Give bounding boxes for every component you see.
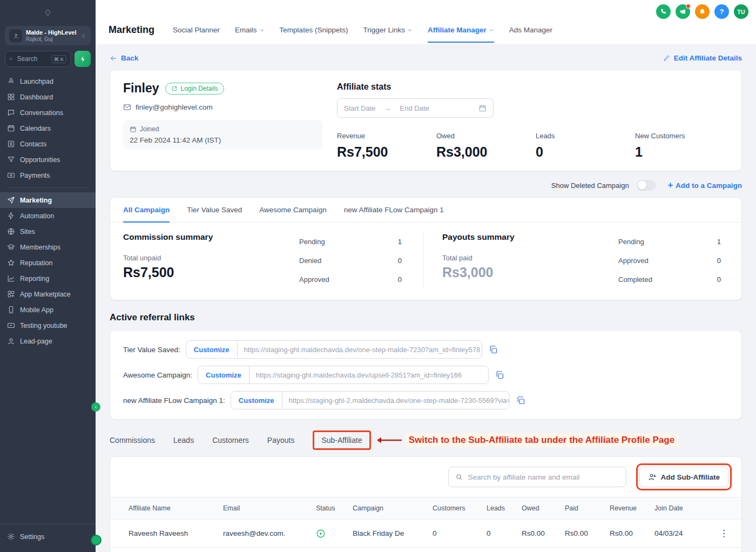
back-link[interactable]: Back bbox=[110, 54, 138, 62]
user-avatar[interactable]: TU bbox=[734, 4, 748, 19]
external-link-icon bbox=[171, 85, 178, 92]
announcements-button[interactable] bbox=[676, 4, 690, 19]
phone-icon bbox=[660, 8, 667, 15]
annotation-text: Switch to the Sub-Affiliate tab under th… bbox=[405, 433, 678, 447]
lightning-icon bbox=[79, 56, 86, 63]
login-details-button[interactable]: Login Details bbox=[165, 83, 224, 95]
tab-payouts[interactable]: Payouts bbox=[267, 436, 295, 445]
tab-ads-manager[interactable]: Ads Manager bbox=[509, 26, 552, 34]
sub-affiliate-search[interactable] bbox=[448, 467, 626, 487]
sidebar-item-automation[interactable]: Automation bbox=[0, 208, 96, 224]
support-chat-button[interactable] bbox=[91, 535, 102, 546]
account-switcher[interactable]: Malde - HighLevel Rajkot, Guj bbox=[5, 26, 91, 45]
table-row[interactable]: Raveesh Raveesh raveesh@dev.com. Black F… bbox=[110, 520, 741, 548]
sidebar-item-settings[interactable]: Settings bbox=[0, 529, 96, 544]
tab-trigger-links[interactable]: Trigger Links bbox=[363, 26, 413, 34]
tab-customers[interactable]: Customers bbox=[212, 436, 249, 445]
annotation-highlight-box: Add Sub-Affiliate bbox=[636, 463, 732, 490]
total-unpaid-value: Rs7,500 bbox=[123, 265, 213, 280]
referral-url: https://staging-ghl.maldechavda.dev/upse… bbox=[249, 366, 488, 383]
sidebar-collapse-button[interactable]: ‹ bbox=[91, 402, 100, 412]
sidebar-item-conversations[interactable]: Conversations bbox=[0, 105, 96, 120]
pencil-icon bbox=[663, 55, 670, 62]
add-to-campaign-link[interactable]: + Add to a Campaign bbox=[668, 181, 742, 190]
phone-button[interactable] bbox=[656, 4, 671, 19]
campaign-summary-card: All Campaign Tier Value Saved Awesome Ca… bbox=[110, 197, 742, 300]
sidebar-item-mobile-app[interactable]: Mobile App bbox=[0, 302, 96, 318]
cell-email: raveesh@dev.com. bbox=[223, 529, 316, 537]
customize-button[interactable]: Customize bbox=[186, 341, 238, 358]
cell-paid: Rs0.00 bbox=[565, 529, 610, 537]
chart-line-icon bbox=[7, 274, 15, 282]
sidebar-item-marketing[interactable]: Marketing bbox=[0, 192, 96, 208]
calendar-icon bbox=[7, 124, 15, 132]
copy-button[interactable] bbox=[495, 371, 504, 380]
banknote-icon bbox=[7, 171, 15, 179]
smartphone-icon bbox=[7, 306, 15, 314]
date-range-picker[interactable]: Start Date → End Date bbox=[337, 98, 494, 118]
sidebar-search-input[interactable] bbox=[16, 55, 48, 63]
bolt-icon bbox=[7, 212, 15, 220]
funnel-icon bbox=[7, 156, 15, 164]
campaign-tab-tier-value-saved[interactable]: Tier Value Saved bbox=[187, 198, 242, 222]
copy-icon bbox=[516, 396, 525, 405]
customize-button[interactable]: Customize bbox=[231, 392, 282, 409]
copy-button[interactable] bbox=[516, 396, 525, 405]
referral-links-title: Active referral links bbox=[110, 312, 742, 323]
account-location: Rajkot, Guj bbox=[26, 36, 77, 42]
sidebar-item-reporting[interactable]: Reporting bbox=[0, 271, 96, 286]
sidebar-item-opportunities[interactable]: Opportunities bbox=[0, 152, 96, 167]
affiliate-name: Finley bbox=[123, 81, 159, 96]
search-icon bbox=[455, 473, 463, 481]
cell-affiliate-name: Raveesh Raveesh bbox=[129, 529, 223, 537]
sidebar-item-app-marketplace[interactable]: App Marketplace bbox=[0, 286, 96, 302]
summary-row: Completed0 bbox=[618, 270, 721, 289]
send-icon bbox=[7, 196, 15, 204]
sidebar-item-sites[interactable]: Sites bbox=[0, 224, 96, 239]
tab-commissions[interactable]: Commissions bbox=[110, 436, 155, 445]
sidebar-divider bbox=[7, 187, 89, 188]
quick-actions-button[interactable] bbox=[75, 51, 91, 67]
bell-icon bbox=[699, 8, 706, 15]
tab-emails[interactable]: Emails bbox=[235, 26, 265, 34]
tab-affiliate-manager[interactable]: Affiliate Manager bbox=[428, 26, 494, 34]
copy-icon bbox=[489, 345, 498, 354]
cell-customers: 0 bbox=[433, 529, 487, 537]
affiliate-profile-card: Finley Login Details finley@gohighlevel.… bbox=[110, 70, 742, 171]
help-button[interactable]: ? bbox=[714, 4, 729, 19]
show-deleted-toggle[interactable] bbox=[637, 180, 656, 191]
sidebar-item-lead-page[interactable]: Lead-page bbox=[0, 333, 96, 349]
tab-leads[interactable]: Leads bbox=[173, 436, 194, 445]
campaign-tab-new-affiliate-flow[interactable]: new Affiliate FLow Campaign 1 bbox=[344, 198, 444, 222]
gear-icon bbox=[7, 533, 15, 541]
summary-row: Approved0 bbox=[299, 270, 402, 289]
sidebar-item-reputation[interactable]: Reputation bbox=[0, 255, 96, 271]
question-mark-icon: ? bbox=[720, 8, 724, 16]
sidebar-item-calendars[interactable]: Calendars bbox=[0, 120, 96, 136]
graduation-cap-icon bbox=[7, 243, 15, 251]
sidebar-item-payments[interactable]: Payments bbox=[0, 167, 96, 183]
tab-templates-snippets[interactable]: Templates (Snippets) bbox=[280, 26, 348, 34]
campaign-tab-awesome-campaign[interactable]: Awesome Campaign bbox=[259, 198, 326, 222]
affiliate-stats-title: Affiliate stats bbox=[337, 82, 734, 92]
sidebar-item-dashboard[interactable]: Dashboard bbox=[0, 89, 96, 105]
calendar-icon bbox=[478, 104, 487, 112]
affiliate-email: finley@gohighlevel.com bbox=[136, 103, 213, 111]
customize-button[interactable]: Customize bbox=[198, 366, 249, 383]
sidebar-search[interactable]: ⌘ K bbox=[5, 51, 71, 67]
page-title: Marketing bbox=[109, 24, 154, 36]
edit-affiliate-details-link[interactable]: Edit Affiliate Details bbox=[663, 54, 742, 62]
sidebar: Malde - HighLevel Rajkot, Guj ⌘ K Launch… bbox=[0, 0, 96, 552]
copy-button[interactable] bbox=[489, 345, 498, 354]
sidebar-item-memberships[interactable]: Memberships bbox=[0, 239, 96, 255]
campaign-tab-all[interactable]: All Campaign bbox=[123, 198, 170, 222]
sub-affiliate-search-input[interactable] bbox=[467, 473, 619, 482]
sidebar-item-contacts[interactable]: Contacts bbox=[0, 136, 96, 152]
sidebar-item-launchpad[interactable]: Launchpad bbox=[0, 73, 96, 89]
tab-sub-affiliate[interactable]: Sub-Affiliate bbox=[313, 430, 370, 450]
tab-social-planner[interactable]: Social Planner bbox=[173, 26, 220, 34]
row-menu-button[interactable]: ⋮ bbox=[719, 529, 741, 538]
notifications-button[interactable] bbox=[695, 4, 710, 19]
add-sub-affiliate-button[interactable]: Add Sub-Affiliate bbox=[639, 467, 729, 487]
sidebar-item-testing-youtube[interactable]: Testing youtube bbox=[0, 318, 96, 333]
